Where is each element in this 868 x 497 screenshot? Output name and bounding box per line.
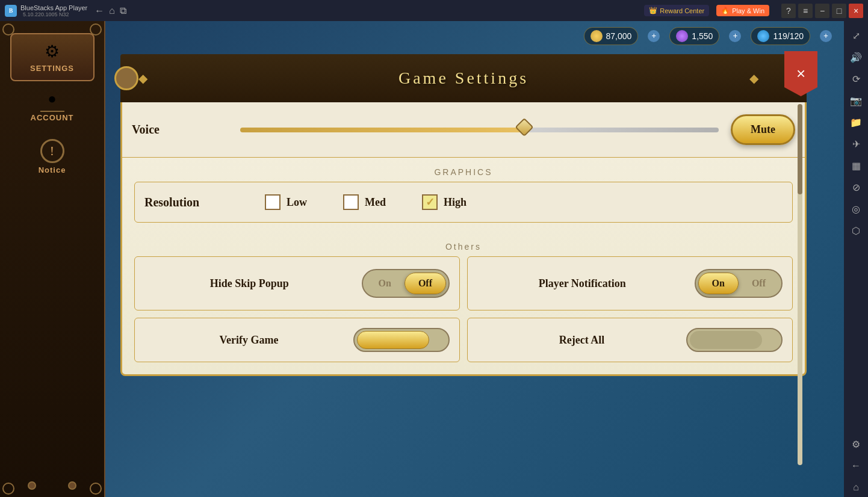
settings-header: ◆ Game Settings ◆ × [120,54,807,102]
resolution-high-label: High [444,196,467,209]
gems-value: 1,550 [692,31,713,41]
scroll-indicator[interactable] [798,104,802,465]
player-notification-toggle[interactable]: On Off [695,269,783,298]
reject-toggle-inner[interactable] [690,331,762,349]
player-notif-on-option[interactable]: On [698,273,739,294]
gold-value: 87,000 [606,31,632,41]
settings-panel: ◆ Game Settings ◆ × Voice Mute GRAPHICS [120,54,807,376]
sidebar-item-settings[interactable]: ⚙ SETTINGS [10,33,95,81]
settings2-icon[interactable]: ⚙ [846,434,866,454]
hide-skip-off-option[interactable]: Off [405,273,446,294]
account-icon: ● [48,91,57,107]
gems-resource: 1,550 [669,27,719,45]
hide-skip-popup-card: Hide Skip Popup On Off [134,256,460,310]
crown-icon: 👑 [649,7,657,14]
resolution-low-checkbox[interactable] [265,194,281,210]
player-notification-label: Player Notification [477,277,687,290]
screenshot-icon[interactable]: 📷 [846,91,866,110]
topbar-right: 👑 Reward Center 🔥 Play & Win ? ≡ − □ × [644,4,863,18]
airplane-icon[interactable]: ✈ [846,134,866,153]
voice-label: Voice [132,123,228,137]
minimize-button[interactable]: − [815,4,829,18]
right-sidebar: ⤢ 🔊 ⟳ 📷 📁 ✈ ▦ ⊘ ◎ ⬡ ⚙ ← ⌂ [844,21,868,497]
mute-button[interactable]: Mute [731,114,795,145]
resolution-row: Resolution Low Med ✓ High [134,182,793,223]
game-area: ⚙ SETTINGS ● ACCOUNT ! Notice 87,000 + 1… [0,21,844,497]
gems-icon [676,30,688,42]
corner-ornament [2,23,14,36]
gold-icon [591,30,603,42]
verify-toggle-inner[interactable] [357,331,429,349]
resolution-med-label: Med [365,196,386,209]
settings-icon: ⚙ [45,42,60,61]
resource-bar: 87,000 + 1,550 + 119/120 + [105,21,844,51]
close-settings-button[interactable]: × [784,51,817,96]
sidebar-item-notice[interactable]: ! Notice [10,132,95,182]
graphics-section-label: GRAPHICS [134,158,793,182]
account-label: ACCOUNT [31,113,74,122]
gold-plus-button[interactable]: + [648,30,660,42]
energy-resource: 119/120 [751,27,810,45]
corner-ornament [90,23,102,36]
energy-plus-button[interactable]: + [820,30,832,42]
resolution-med-checkbox[interactable] [343,194,359,210]
sidebar-item-account[interactable]: ● ACCOUNT [10,84,95,129]
reward-center-button[interactable]: 👑 Reward Center [644,5,709,16]
bluestacks-titlebar: B BlueStacks App Player 5.10.220.1005 N3… [0,0,868,21]
reject-all-label: Reject All [477,334,686,347]
verify-game-label: Verify Game [144,334,353,347]
hide-skip-on-option[interactable]: On [365,273,405,294]
layers-icon[interactable]: ⬡ [846,221,866,240]
back-icon[interactable]: ← [95,5,104,16]
energy-value: 119/120 [773,31,804,41]
hide-skip-popup-toggle[interactable]: On Off [362,269,450,298]
others-section-label: Others [134,232,793,256]
gold-resource: 87,000 [584,27,639,45]
settings-title: Game Settings [398,69,529,88]
play-win-button[interactable]: 🔥 Play & Win [716,5,769,16]
others-grid: Hide Skip Popup On Off Player Notificati… [134,256,793,310]
player-notif-off-option[interactable]: Off [739,273,779,294]
voice-slider-container [228,128,731,132]
resolution-med-option[interactable]: Med [343,194,386,210]
rotate-icon[interactable]: ⟳ [846,69,866,88]
erase-icon[interactable]: ⊘ [846,177,866,197]
back-icon[interactable]: ← [846,456,866,475]
expand-icon[interactable]: ⤢ [846,26,866,45]
windows-icon[interactable]: ⧉ [120,5,126,16]
maximize-button[interactable]: □ [832,4,846,18]
notice-label: Notice [39,165,66,174]
resolution-low-label: Low [287,196,307,209]
resolution-low-option[interactable]: Low [265,194,307,210]
verify-game-toggle[interactable] [353,328,450,352]
target-icon[interactable]: ◎ [846,199,866,218]
home2-icon[interactable]: ⌂ [846,478,866,497]
resolution-high-option[interactable]: ✓ High [422,194,467,210]
scroll-thumb[interactable] [798,104,802,194]
partial-row: Verify Game Reject All [134,318,793,362]
left-sidebar: ⚙ SETTINGS ● ACCOUNT ! Notice [0,21,105,497]
help-button[interactable]: ? [781,4,796,18]
notice-icon: ! [40,139,64,163]
settings-label: SETTINGS [30,64,74,73]
app-version: 5.10.220.1005 N32 [23,11,87,17]
window-controls: ? ≡ − □ × [781,4,863,18]
verify-game-card: Verify Game [134,318,460,362]
resolution-options: Low Med ✓ High [241,194,783,210]
reject-all-toggle[interactable] [686,328,783,352]
grid-icon[interactable]: ▦ [846,156,866,175]
reject-all-card: Reject All [467,318,793,362]
volume-icon[interactable]: 🔊 [846,48,866,67]
voice-slider-thumb[interactable] [515,117,534,136]
header-ornament-left [114,66,138,90]
app-title: BlueStacks App Player [20,4,87,11]
resolution-high-checkbox[interactable]: ✓ [422,194,438,210]
resolution-label: Resolution [144,196,241,209]
close-button[interactable]: × [849,4,863,18]
gems-plus-button[interactable]: + [729,30,741,42]
menu-button[interactable]: ≡ [798,4,813,18]
location-icon[interactable]: 📁 [846,113,866,132]
home-icon[interactable]: ⌂ [109,5,115,16]
fire-icon: 🔥 [721,7,730,14]
voice-row: Voice Mute [122,102,805,158]
